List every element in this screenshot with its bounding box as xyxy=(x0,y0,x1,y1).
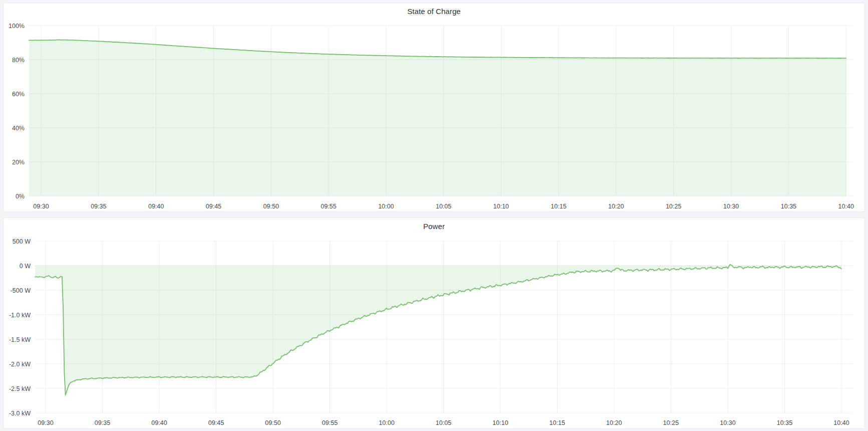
y-axis-0: 100%80%60%40%20%0% xyxy=(9,23,25,200)
x-tick-label: 09:35 xyxy=(95,419,110,426)
panel-power: Power 500 W0 W-500 W-1.0 kW-1.5 kW-2.0 k… xyxy=(3,218,865,429)
x-tick-label: 09:50 xyxy=(265,419,280,426)
y-tick-label: 60% xyxy=(12,91,25,98)
dashboard-page: { "page": { "background_color": "#f4f5f9… xyxy=(0,0,868,431)
x-tick-label: 09:35 xyxy=(91,203,106,210)
x-tick-label: 10:10 xyxy=(492,419,508,426)
x-tick-label: 10:25 xyxy=(666,203,681,210)
y-tick-label: -2.5 kW xyxy=(9,385,31,392)
x-axis-1: 09:3009:3509:4009:4509:5009:5510:0010:05… xyxy=(38,419,849,426)
power-chart[interactable]: 500 W0 W-500 W-1.0 kW-1.5 kW-2.0 kW-2.5 … xyxy=(4,218,864,428)
x-tick-label: 09:40 xyxy=(151,419,167,426)
y-tick-label: 0% xyxy=(16,193,25,200)
y-tick-label: 100% xyxy=(9,23,25,30)
x-axis-0: 09:3009:3509:4009:4509:5009:5510:0010:05… xyxy=(33,203,854,210)
y-tick-label: 0 W xyxy=(20,263,31,270)
x-tick-label: 10:30 xyxy=(720,419,735,426)
x-tick-label: 10:20 xyxy=(606,419,622,426)
x-tick-label: 09:30 xyxy=(38,419,53,426)
x-tick-label: 10:00 xyxy=(378,203,394,210)
y-tick-label: 80% xyxy=(12,57,25,64)
series-fill-1 xyxy=(35,265,841,395)
x-tick-label: 10:05 xyxy=(436,419,451,426)
x-tick-label: 10:15 xyxy=(551,203,566,210)
x-tick-label: 09:55 xyxy=(322,419,338,426)
x-tick-label: 10:20 xyxy=(608,203,624,210)
y-axis-1: 500 W0 W-500 W-1.0 kW-1.5 kW-2.0 kW-2.5 … xyxy=(9,238,31,417)
y-tick-label: 500 W xyxy=(13,238,31,245)
x-tick-label: 10:35 xyxy=(777,419,792,426)
y-tick-label: -1.0 kW xyxy=(9,312,31,319)
series-fill-0 xyxy=(29,40,846,196)
x-tick-label: 09:55 xyxy=(321,203,336,210)
state-of-charge-chart[interactable]: 100%80%60%40%20%0%09:3009:3509:4009:4509… xyxy=(4,3,864,211)
x-tick-label: 10:30 xyxy=(723,203,739,210)
x-tick-label: 09:45 xyxy=(208,419,224,426)
x-tick-label: 09:30 xyxy=(33,203,49,210)
x-tick-label: 10:05 xyxy=(436,203,451,210)
x-tick-label: 09:45 xyxy=(206,203,221,210)
panel-state-of-charge: State of Charge 100%80%60%40%20%0%09:300… xyxy=(3,3,865,212)
x-tick-label: 10:00 xyxy=(379,419,394,426)
y-tick-label: 20% xyxy=(12,159,25,166)
x-tick-label: 10:40 xyxy=(838,203,854,210)
y-tick-label: -2.0 kW xyxy=(9,361,31,368)
y-tick-label: -3.0 kW xyxy=(9,410,31,417)
y-tick-label: -500 W xyxy=(11,287,31,294)
x-tick-label: 09:40 xyxy=(148,203,164,210)
y-tick-label: -1.5 kW xyxy=(9,336,31,343)
x-tick-label: 10:40 xyxy=(833,419,849,426)
x-tick-label: 09:50 xyxy=(263,203,279,210)
x-tick-label: 10:15 xyxy=(549,419,565,426)
x-tick-label: 10:10 xyxy=(493,203,509,210)
x-tick-label: 10:35 xyxy=(781,203,796,210)
x-tick-label: 10:25 xyxy=(663,419,679,426)
y-tick-label: 40% xyxy=(12,125,25,132)
